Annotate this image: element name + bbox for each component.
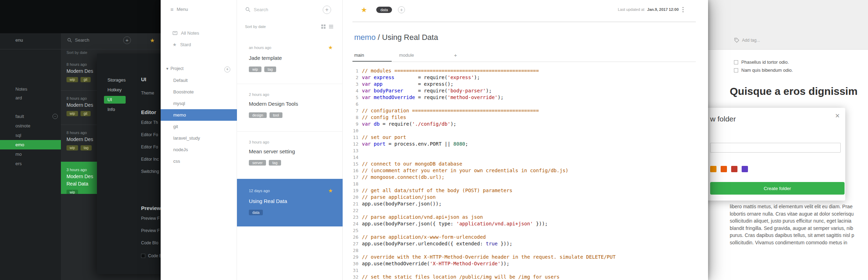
folder-item[interactable]: memo	[161, 109, 237, 121]
sort-by-control[interactable]: Sort by date	[245, 24, 266, 29]
settings-item[interactable]: Code Blo	[141, 237, 161, 249]
list-view-icon[interactable]	[329, 24, 333, 29]
note-list-item[interactable]: 2 hours agoModern Design Toolsdesigntool	[237, 84, 343, 131]
project-group-header[interactable]: ▾ Project	[166, 66, 183, 71]
settings-item[interactable]: Theme	[141, 87, 161, 99]
menu-button[interactable]: enu	[15, 37, 23, 43]
new-note-button[interactable]: +	[123, 36, 131, 44]
folder-item[interactable]: Default	[161, 75, 237, 86]
code-editor[interactable]: // modules =============================…	[362, 68, 707, 280]
line-number: 2	[343, 74, 358, 81]
checklist-item[interactable]: Phasellus id tortor odio.	[734, 58, 793, 66]
line-number: 14	[343, 154, 358, 161]
folder-item[interactable]: laravel_study	[161, 132, 237, 144]
note-date: 3 hours ago	[249, 140, 269, 144]
settings-section-title: Editor	[141, 108, 161, 117]
color-swatch[interactable]	[721, 166, 727, 172]
dialog-title: w folder	[710, 115, 736, 123]
star-icon[interactable]: ★	[150, 37, 155, 44]
add-folder-button[interactable]: +	[224, 66, 230, 72]
tag-pill: server	[249, 160, 266, 166]
sidebar-item-all-notes[interactable]: All Notes	[173, 30, 199, 36]
folder-item[interactable]: git	[161, 121, 237, 132]
star-icon: ★	[328, 188, 333, 194]
search-input[interactable]: Search	[245, 7, 268, 12]
line-number: 21	[343, 201, 358, 207]
settings-item[interactable]: Editor Fo	[141, 141, 161, 153]
note-tags: data	[249, 210, 333, 215]
add-tag-input[interactable]: Add tag...	[734, 38, 760, 43]
search-input[interactable]: Search	[67, 37, 89, 43]
project-label: Project	[170, 66, 183, 71]
settings-item[interactable]: Preview F	[141, 212, 161, 225]
new-folder-dialog: w folder × Create folder	[708, 108, 845, 201]
settings-nav-item[interactable]: UI	[104, 96, 126, 104]
folder-item[interactable]: ostnote	[0, 121, 61, 131]
settings-item[interactable]: Editor Th	[141, 117, 161, 129]
search-icon	[67, 38, 72, 43]
tag-pill: git	[80, 111, 91, 116]
hamburger-icon: ≡	[170, 6, 174, 12]
line-number: 5	[343, 94, 358, 101]
settings-nav-item[interactable]: Storages	[104, 75, 135, 85]
create-folder-button[interactable]: Create folder	[710, 182, 845, 195]
settings-item[interactable]: Editor Inc	[141, 153, 161, 166]
checklist-item[interactable]: Nam quis bibendum odio.	[734, 66, 793, 74]
star-toggle-icon[interactable]: ★	[361, 6, 367, 14]
folder-item[interactable]: Boostnote	[161, 86, 237, 98]
folder-item[interactable]: sql	[0, 131, 61, 140]
sidebar-item-starred[interactable]: ard	[15, 95, 22, 100]
note-list-item[interactable]: an hours ago★Jade templatewiptag	[237, 36, 343, 84]
main-window: ≡ Menu All Notes ★ Stard ▾ Project + Def…	[161, 0, 708, 280]
tab-module[interactable]: module	[399, 52, 414, 58]
add-tag-button[interactable]: +	[398, 6, 405, 13]
add-snippet-tab-button[interactable]: +	[454, 52, 457, 58]
search-icon	[245, 7, 251, 12]
circle-minus-icon[interactable]: −	[52, 114, 58, 119]
tab-main[interactable]: main	[354, 52, 364, 58]
note-list-item[interactable]: 12 days ago★Using Real Datadata	[237, 179, 343, 226]
folder-item[interactable]: emo	[0, 140, 61, 149]
color-swatch[interactable]	[710, 166, 716, 172]
code-line: // mongoose.connect(db.url);	[362, 174, 707, 181]
note-tag-pill[interactable]: data	[376, 7, 392, 13]
menu-sidebar: ≡ Menu All Notes ★ Stard ▾ Project + Def…	[161, 0, 237, 280]
folder-item[interactable]: fault	[0, 112, 61, 121]
settings-nav-item[interactable]: Info	[104, 105, 135, 114]
breadcrumb-folder[interactable]: memo	[354, 33, 376, 42]
sidebar-item-all-notes[interactable]: Notes	[15, 86, 27, 92]
settings-content: UI Theme Editor Editor ThEditor FoEditor…	[141, 75, 161, 258]
folder-item[interactable]: mo	[0, 149, 61, 159]
grid-view-icon[interactable]	[321, 24, 326, 29]
checkbox-icon	[734, 68, 738, 72]
kebab-menu-icon[interactable]	[682, 7, 684, 12]
settings-item[interactable]: Preview F	[141, 225, 161, 237]
folder-item[interactable]: ers	[0, 159, 61, 168]
close-icon[interactable]: ×	[835, 112, 840, 120]
folder-item[interactable]: mysql	[161, 98, 237, 109]
note-tags: servertag	[249, 160, 333, 166]
color-swatch[interactable]	[731, 166, 737, 172]
line-number: 25	[343, 227, 358, 234]
line-number: 1	[343, 68, 358, 74]
code-line: // parse application/x-www-form-urlencod…	[362, 234, 707, 240]
new-note-button[interactable]: +	[323, 6, 331, 14]
folder-item[interactable]: css	[161, 155, 237, 167]
checkbox-icon[interactable]	[141, 254, 145, 258]
settings-item[interactable]: Switching	[141, 166, 161, 178]
sidebar-item-starred[interactable]: ★ Stard	[173, 42, 191, 47]
settings-nav-item[interactable]: Hotkey	[104, 85, 135, 95]
settings-item[interactable]: Editor Fo	[141, 129, 161, 141]
color-swatch[interactable]	[742, 166, 748, 172]
code-line: // connect to our mongoDB database	[362, 161, 707, 167]
note-list-item[interactable]: 3 hours agoMean server settingservertag	[237, 131, 343, 179]
menu-button[interactable]: ≡ Menu	[170, 6, 188, 12]
settings-checkbox-row[interactable]: Code B	[141, 253, 161, 258]
folder-item[interactable]: nodeJs	[161, 144, 237, 155]
search-placeholder: Search	[254, 7, 268, 12]
color-swatch-row	[710, 166, 748, 172]
star-icon: ★	[173, 42, 177, 47]
sort-by-control[interactable]: Sort by date	[66, 50, 87, 55]
folder-name-input[interactable]	[710, 143, 841, 153]
line-number: 19	[343, 187, 358, 194]
